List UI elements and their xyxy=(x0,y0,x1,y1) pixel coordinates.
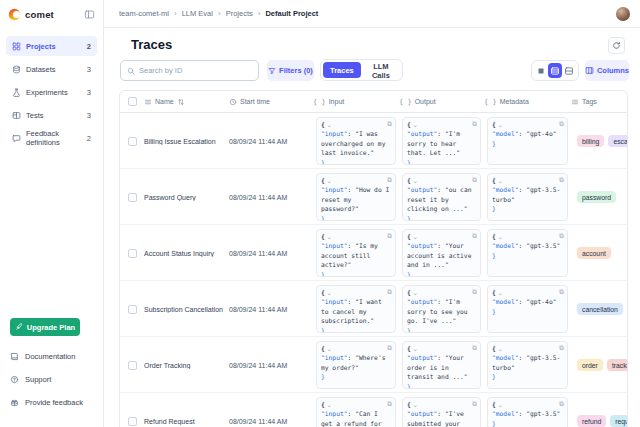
chevron-down-icon[interactable]: ⌄ xyxy=(498,234,503,240)
json-cell-metadata[interactable]: {⌄⧉"model": "gpt-4o"} xyxy=(487,117,568,165)
row-checkbox[interactable] xyxy=(128,305,137,314)
footer-link-documentation[interactable]: Documentation xyxy=(10,348,93,364)
chevron-down-icon[interactable]: ⌄ xyxy=(413,346,418,352)
json-cell-output[interactable]: {⌄⧉"output": "I've submitted your refund… xyxy=(402,397,481,427)
copy-icon[interactable]: ⧉ xyxy=(559,400,564,410)
copy-icon[interactable]: ⧉ xyxy=(559,344,564,354)
copy-icon[interactable]: ⧉ xyxy=(559,120,564,130)
json-cell-output[interactable]: {⌄⧉"output": "Your order is in transit a… xyxy=(402,341,481,389)
table-row[interactable]: Billing Issue Escalation 08/09/24 11:44 … xyxy=(120,113,627,169)
chevron-down-icon[interactable]: ⌄ xyxy=(327,290,332,296)
footer-link-provide-feedback[interactable]: Provide feedback xyxy=(10,394,93,410)
avatar[interactable] xyxy=(616,7,630,21)
density-compact-button[interactable] xyxy=(534,63,548,78)
copy-icon[interactable]: ⧉ xyxy=(472,288,477,298)
row-checkbox[interactable] xyxy=(128,249,137,258)
tag-pill[interactable]: escalation xyxy=(608,135,627,147)
copy-icon[interactable]: ⧉ xyxy=(472,176,477,186)
sidebar-item-tests[interactable]: Tests3 xyxy=(6,105,97,125)
table-row[interactable]: Subscription Cancellation 08/09/24 11:44… xyxy=(120,281,627,337)
chevron-down-icon[interactable]: ⌄ xyxy=(498,122,503,128)
json-cell-input[interactable]: {⌄⧉"input": "Is my account still active?… xyxy=(316,229,396,277)
sort-icon[interactable] xyxy=(177,98,185,106)
json-cell-metadata[interactable]: {⌄⧉"model": "gpt-3.5"} xyxy=(487,397,568,427)
chevron-down-icon[interactable]: ⌄ xyxy=(327,122,332,128)
density-medium-button[interactable] xyxy=(548,63,562,78)
chevron-down-icon[interactable]: ⌄ xyxy=(498,290,503,296)
copy-icon[interactable]: ⧉ xyxy=(387,176,392,186)
chevron-down-icon[interactable]: ⌄ xyxy=(327,402,332,408)
column-header-tags[interactable]: Tags xyxy=(571,98,627,106)
sidebar-item-datasets[interactable]: Datasets3 xyxy=(6,59,97,79)
chevron-down-icon[interactable]: ⌄ xyxy=(327,234,332,240)
copy-icon[interactable]: ⧉ xyxy=(387,120,392,130)
sidebar-item-feedback-definitions[interactable]: Feedback definitions2 xyxy=(6,128,97,148)
copy-icon[interactable]: ⧉ xyxy=(472,120,477,130)
tag-pill[interactable]: order xyxy=(577,359,603,371)
table-row[interactable]: Order Tracking 08/09/24 11:44 AM {⌄⧉"inp… xyxy=(120,337,627,393)
json-cell-metadata[interactable]: {⌄⧉"model": "gpt-3.5"} xyxy=(487,229,568,277)
toggle-traces[interactable]: Traces xyxy=(323,62,361,78)
tag-pill[interactable]: cancellation xyxy=(577,303,623,315)
copy-icon[interactable]: ⧉ xyxy=(387,344,392,354)
copy-icon[interactable]: ⧉ xyxy=(559,232,564,242)
column-header-input[interactable]: { }Input xyxy=(313,98,399,106)
tag-pill[interactable]: request xyxy=(610,415,627,427)
breadcrumb-item[interactable]: team-comet-ml xyxy=(119,9,169,18)
copy-icon[interactable]: ⧉ xyxy=(387,400,392,410)
tag-pill[interactable]: billing xyxy=(577,135,604,147)
chevron-down-icon[interactable]: ⌄ xyxy=(413,178,418,184)
row-checkbox[interactable] xyxy=(128,417,137,426)
chevron-down-icon[interactable]: ⌄ xyxy=(413,290,418,296)
table-row[interactable]: Account Status Inquiry 08/09/24 11:44 AM… xyxy=(120,225,627,281)
chevron-down-icon[interactable]: ⌄ xyxy=(327,178,332,184)
copy-icon[interactable]: ⧉ xyxy=(559,288,564,298)
row-checkbox[interactable] xyxy=(128,361,137,370)
sidebar-collapse-icon[interactable] xyxy=(84,9,95,20)
json-cell-output[interactable]: {⌄⧉"output": "I'm sorry to hear that. Le… xyxy=(402,117,481,165)
json-cell-metadata[interactable]: {⌄⧉"model": "gpt-3.5-turbo"} xyxy=(487,341,568,389)
copy-icon[interactable]: ⧉ xyxy=(387,288,392,298)
tag-pill[interactable]: tracking xyxy=(607,359,627,371)
copy-icon[interactable]: ⧉ xyxy=(559,176,564,186)
filters-button[interactable]: Filters (0) xyxy=(267,60,314,81)
chevron-down-icon[interactable]: ⌄ xyxy=(413,234,418,240)
json-cell-metadata[interactable]: {⌄⧉"model": "gpt-3.5-turbo"} xyxy=(487,173,568,221)
refresh-button[interactable] xyxy=(608,37,625,54)
search-input[interactable] xyxy=(139,66,252,75)
copy-icon[interactable]: ⧉ xyxy=(387,232,392,242)
chevron-down-icon[interactable]: ⌄ xyxy=(498,402,503,408)
json-cell-input[interactable]: {⌄⧉"input": "Where's my order?"} xyxy=(316,341,396,389)
footer-link-support[interactable]: Support xyxy=(10,371,93,387)
chevron-down-icon[interactable]: ⌄ xyxy=(413,402,418,408)
json-cell-input[interactable]: {⌄⧉"input": "I want to cancel my subscri… xyxy=(316,285,396,333)
tag-pill[interactable]: password xyxy=(577,191,616,203)
table-row[interactable]: Password Query 08/09/24 11:44 AM {⌄⧉"inp… xyxy=(120,169,627,225)
sidebar-item-experiments[interactable]: Experiments3 xyxy=(6,82,97,102)
column-header-start-time[interactable]: Start time xyxy=(229,98,313,106)
json-cell-output[interactable]: {⌄⧉"output": "I'm sorry to see you go. I… xyxy=(402,285,481,333)
sidebar-item-projects[interactable]: Projects2 xyxy=(6,36,97,56)
copy-icon[interactable]: ⧉ xyxy=(472,400,477,410)
copy-icon[interactable]: ⧉ xyxy=(472,232,477,242)
row-checkbox[interactable] xyxy=(128,193,137,202)
chevron-down-icon[interactable]: ⌄ xyxy=(498,346,503,352)
toggle-llm-calls[interactable]: LLM Calls xyxy=(362,62,400,78)
tag-pill[interactable]: account xyxy=(577,247,611,259)
json-cell-metadata[interactable]: {⌄⧉"model": "gpt-4o"} xyxy=(487,285,568,333)
select-all-checkbox[interactable] xyxy=(128,97,137,106)
json-cell-input[interactable]: {⌄⧉"input": "How do I reset my password?… xyxy=(316,173,396,221)
columns-button[interactable]: Columns xyxy=(585,60,629,81)
column-header-metadata[interactable]: { }Metadata xyxy=(484,98,571,106)
column-header-name[interactable]: Name xyxy=(144,98,229,106)
chevron-down-icon[interactable]: ⌄ xyxy=(498,178,503,184)
json-cell-output[interactable]: {⌄⧉"output": "Your account is active and… xyxy=(402,229,481,277)
chevron-down-icon[interactable]: ⌄ xyxy=(327,346,332,352)
json-cell-input[interactable]: {⌄⧉"input": "Can I get a refund for my l… xyxy=(316,397,396,427)
breadcrumb-item[interactable]: Projects xyxy=(226,9,253,18)
breadcrumb-item[interactable]: LLM Eval xyxy=(182,9,213,18)
row-checkbox[interactable] xyxy=(128,137,137,146)
column-header-output[interactable]: { }Output xyxy=(399,98,484,106)
table-row[interactable]: Refund Request 08/09/24 11:44 AM {⌄⧉"inp… xyxy=(120,393,627,427)
json-cell-input[interactable]: {⌄⧉"input": "I was overcharged on my las… xyxy=(316,117,396,165)
